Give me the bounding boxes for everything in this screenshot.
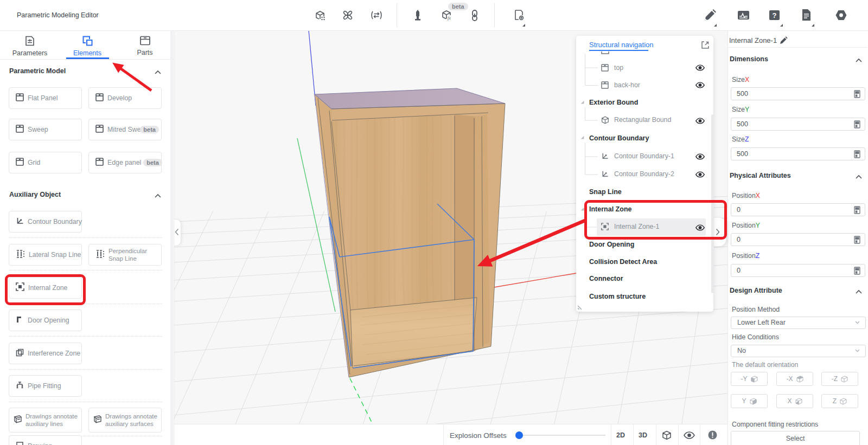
svg-text:?: ? <box>773 11 777 20</box>
svg-text:fx: fx <box>448 16 451 21</box>
